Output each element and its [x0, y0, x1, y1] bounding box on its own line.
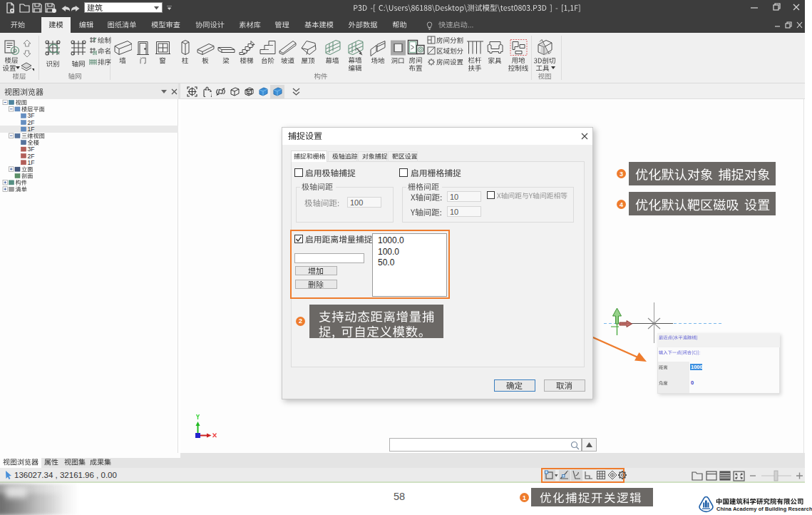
svg-text:1F: 1F — [28, 126, 35, 133]
svg-text:1F: 1F — [28, 159, 35, 166]
